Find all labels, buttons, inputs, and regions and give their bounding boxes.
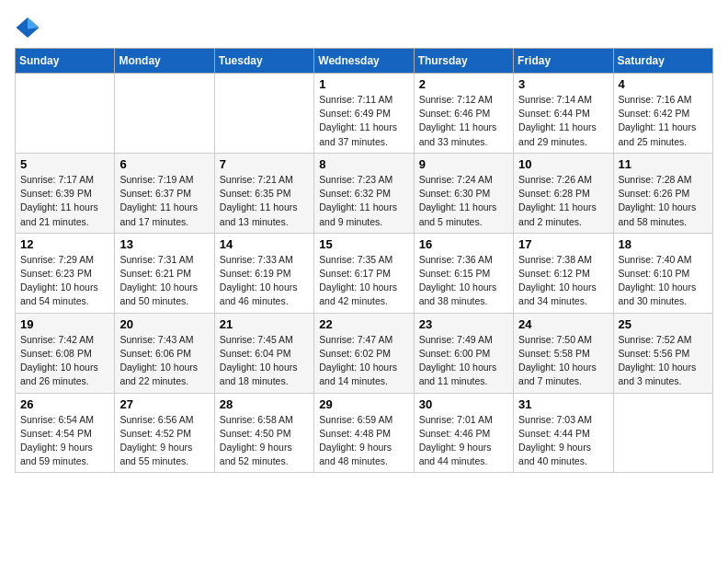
calendar-week-3: 12Sunrise: 7:29 AMSunset: 6:23 PMDayligh… bbox=[16, 233, 713, 313]
day-number: 16 bbox=[419, 237, 508, 251]
day-number: 2 bbox=[419, 77, 508, 91]
calendar-cell: 13Sunrise: 7:31 AMSunset: 6:21 PMDayligh… bbox=[115, 233, 214, 313]
calendar-cell bbox=[16, 74, 115, 154]
day-info: Sunrise: 7:40 AMSunset: 6:10 PMDaylight:… bbox=[619, 253, 708, 309]
calendar-cell: 20Sunrise: 7:43 AMSunset: 6:06 PMDayligh… bbox=[115, 313, 214, 393]
day-header-sunday: Sunday bbox=[16, 49, 115, 74]
svg-marker-1 bbox=[28, 17, 39, 29]
day-number: 29 bbox=[319, 397, 408, 411]
calendar-cell: 17Sunrise: 7:38 AMSunset: 6:12 PMDayligh… bbox=[514, 233, 613, 313]
day-info: Sunrise: 7:12 AMSunset: 6:46 PMDaylight:… bbox=[419, 93, 508, 149]
logo bbox=[15, 15, 44, 40]
day-info: Sunrise: 7:38 AMSunset: 6:12 PMDaylight:… bbox=[518, 253, 608, 309]
day-info: Sunrise: 7:45 AMSunset: 6:04 PMDaylight:… bbox=[220, 333, 309, 389]
day-header-monday: Monday bbox=[115, 49, 214, 74]
day-number: 28 bbox=[220, 397, 309, 411]
day-number: 14 bbox=[220, 237, 309, 251]
calendar-cell: 26Sunrise: 6:54 AMSunset: 4:54 PMDayligh… bbox=[16, 393, 115, 473]
calendar-cell: 1Sunrise: 7:11 AMSunset: 6:49 PMDaylight… bbox=[314, 74, 414, 154]
calendar-cell bbox=[214, 74, 313, 154]
day-info: Sunrise: 7:42 AMSunset: 6:08 PMDaylight:… bbox=[20, 333, 109, 389]
day-header-saturday: Saturday bbox=[613, 49, 712, 74]
day-number: 27 bbox=[119, 397, 209, 411]
day-number: 15 bbox=[319, 237, 408, 251]
calendar-week-4: 19Sunrise: 7:42 AMSunset: 6:08 PMDayligh… bbox=[16, 313, 713, 393]
calendar-cell: 15Sunrise: 7:35 AMSunset: 6:17 PMDayligh… bbox=[314, 233, 414, 313]
header bbox=[15, 15, 713, 40]
day-number: 31 bbox=[518, 397, 608, 411]
day-number: 10 bbox=[518, 157, 608, 171]
calendar-cell: 5Sunrise: 7:17 AMSunset: 6:39 PMDaylight… bbox=[16, 153, 115, 233]
day-info: Sunrise: 7:24 AMSunset: 6:30 PMDaylight:… bbox=[419, 173, 508, 229]
day-info: Sunrise: 7:47 AMSunset: 6:02 PMDaylight:… bbox=[319, 333, 408, 389]
calendar-cell: 25Sunrise: 7:52 AMSunset: 5:56 PMDayligh… bbox=[613, 313, 712, 393]
calendar-week-5: 26Sunrise: 6:54 AMSunset: 4:54 PMDayligh… bbox=[16, 393, 713, 473]
day-number: 23 bbox=[419, 317, 508, 331]
day-info: Sunrise: 7:50 AMSunset: 5:58 PMDaylight:… bbox=[518, 333, 608, 389]
calendar-cell bbox=[613, 393, 712, 473]
calendar-cell: 31Sunrise: 7:03 AMSunset: 4:44 PMDayligh… bbox=[514, 393, 613, 473]
calendar-cell: 28Sunrise: 6:58 AMSunset: 4:50 PMDayligh… bbox=[214, 393, 313, 473]
day-info: Sunrise: 7:52 AMSunset: 5:56 PMDaylight:… bbox=[619, 333, 708, 389]
calendar-cell: 12Sunrise: 7:29 AMSunset: 6:23 PMDayligh… bbox=[16, 233, 115, 313]
day-number: 6 bbox=[119, 157, 209, 171]
calendar-cell: 27Sunrise: 6:56 AMSunset: 4:52 PMDayligh… bbox=[115, 393, 214, 473]
day-info: Sunrise: 7:11 AMSunset: 6:49 PMDaylight:… bbox=[319, 93, 408, 149]
day-number: 8 bbox=[319, 157, 408, 171]
day-info: Sunrise: 6:59 AMSunset: 4:48 PMDaylight:… bbox=[319, 413, 408, 469]
calendar-cell: 19Sunrise: 7:42 AMSunset: 6:08 PMDayligh… bbox=[16, 313, 115, 393]
calendar-cell: 7Sunrise: 7:21 AMSunset: 6:35 PMDaylight… bbox=[214, 153, 313, 233]
calendar-cell bbox=[115, 74, 214, 154]
day-info: Sunrise: 7:26 AMSunset: 6:28 PMDaylight:… bbox=[518, 173, 608, 229]
calendar-cell: 10Sunrise: 7:26 AMSunset: 6:28 PMDayligh… bbox=[514, 153, 613, 233]
day-info: Sunrise: 7:49 AMSunset: 6:00 PMDaylight:… bbox=[419, 333, 508, 389]
day-header-wednesday: Wednesday bbox=[314, 49, 414, 74]
day-header-thursday: Thursday bbox=[414, 49, 513, 74]
calendar-cell: 16Sunrise: 7:36 AMSunset: 6:15 PMDayligh… bbox=[414, 233, 513, 313]
day-header-tuesday: Tuesday bbox=[214, 49, 313, 74]
calendar-cell: 23Sunrise: 7:49 AMSunset: 6:00 PMDayligh… bbox=[414, 313, 513, 393]
calendar-week-1: 1Sunrise: 7:11 AMSunset: 6:49 PMDaylight… bbox=[16, 74, 713, 154]
calendar-cell: 4Sunrise: 7:16 AMSunset: 6:42 PMDaylight… bbox=[613, 74, 712, 154]
calendar-cell: 21Sunrise: 7:45 AMSunset: 6:04 PMDayligh… bbox=[214, 313, 313, 393]
day-info: Sunrise: 7:33 AMSunset: 6:19 PMDaylight:… bbox=[220, 253, 309, 309]
day-info: Sunrise: 7:21 AMSunset: 6:35 PMDaylight:… bbox=[220, 173, 309, 229]
day-info: Sunrise: 6:54 AMSunset: 4:54 PMDaylight:… bbox=[20, 413, 109, 469]
calendar-cell: 6Sunrise: 7:19 AMSunset: 6:37 PMDaylight… bbox=[115, 153, 214, 233]
day-number: 30 bbox=[419, 397, 508, 411]
day-info: Sunrise: 7:23 AMSunset: 6:32 PMDaylight:… bbox=[319, 173, 408, 229]
calendar-cell: 22Sunrise: 7:47 AMSunset: 6:02 PMDayligh… bbox=[314, 313, 414, 393]
day-number: 17 bbox=[518, 237, 608, 251]
day-info: Sunrise: 6:58 AMSunset: 4:50 PMDaylight:… bbox=[220, 413, 309, 469]
calendar-cell: 18Sunrise: 7:40 AMSunset: 6:10 PMDayligh… bbox=[613, 233, 712, 313]
day-number: 26 bbox=[20, 397, 109, 411]
day-number: 12 bbox=[20, 237, 109, 251]
day-info: Sunrise: 7:03 AMSunset: 4:44 PMDaylight:… bbox=[518, 413, 608, 469]
calendar-cell: 11Sunrise: 7:28 AMSunset: 6:26 PMDayligh… bbox=[613, 153, 712, 233]
day-number: 9 bbox=[419, 157, 508, 171]
day-number: 1 bbox=[319, 77, 408, 91]
day-number: 13 bbox=[119, 237, 209, 251]
calendar-cell: 29Sunrise: 6:59 AMSunset: 4:48 PMDayligh… bbox=[314, 393, 414, 473]
day-info: Sunrise: 7:35 AMSunset: 6:17 PMDaylight:… bbox=[319, 253, 408, 309]
day-info: Sunrise: 6:56 AMSunset: 4:52 PMDaylight:… bbox=[119, 413, 209, 469]
logo-icon bbox=[15, 15, 40, 40]
day-info: Sunrise: 7:19 AMSunset: 6:37 PMDaylight:… bbox=[119, 173, 209, 229]
calendar-cell: 24Sunrise: 7:50 AMSunset: 5:58 PMDayligh… bbox=[514, 313, 613, 393]
day-number: 18 bbox=[619, 237, 708, 251]
calendar-cell: 14Sunrise: 7:33 AMSunset: 6:19 PMDayligh… bbox=[214, 233, 313, 313]
day-number: 22 bbox=[319, 317, 408, 331]
day-number: 7 bbox=[220, 157, 309, 171]
calendar-cell: 8Sunrise: 7:23 AMSunset: 6:32 PMDaylight… bbox=[314, 153, 414, 233]
calendar: SundayMondayTuesdayWednesdayThursdayFrid… bbox=[15, 48, 713, 473]
calendar-body: 1Sunrise: 7:11 AMSunset: 6:49 PMDaylight… bbox=[16, 74, 713, 473]
day-info: Sunrise: 7:14 AMSunset: 6:44 PMDaylight:… bbox=[518, 93, 608, 149]
day-info: Sunrise: 7:28 AMSunset: 6:26 PMDaylight:… bbox=[619, 173, 708, 229]
day-number: 4 bbox=[619, 77, 708, 91]
calendar-cell: 2Sunrise: 7:12 AMSunset: 6:46 PMDaylight… bbox=[414, 74, 513, 154]
day-info: Sunrise: 7:01 AMSunset: 4:46 PMDaylight:… bbox=[419, 413, 508, 469]
calendar-cell: 9Sunrise: 7:24 AMSunset: 6:30 PMDaylight… bbox=[414, 153, 513, 233]
calendar-cell: 3Sunrise: 7:14 AMSunset: 6:44 PMDaylight… bbox=[514, 74, 613, 154]
day-number: 20 bbox=[119, 317, 209, 331]
day-info: Sunrise: 7:17 AMSunset: 6:39 PMDaylight:… bbox=[20, 173, 109, 229]
